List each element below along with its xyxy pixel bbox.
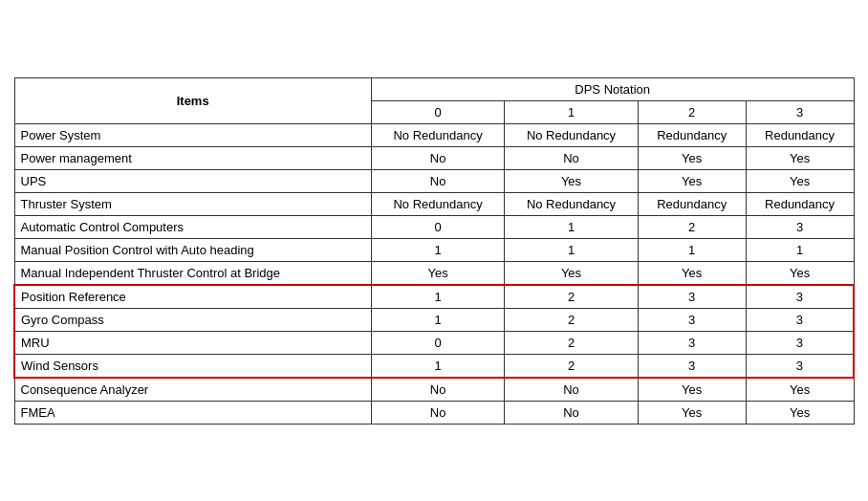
row-value: 2 [505,354,638,378]
row-value: No [371,378,504,402]
notation-0: 0 [371,100,504,123]
row-label: Position Reference [14,285,371,309]
row-label: Wind Sensors [14,354,371,378]
table-row: Manual Position Control with Auto headin… [14,238,854,261]
row-value: No [371,169,504,192]
table-row: Gyro Compass1233 [14,308,854,331]
row-value: Yes [746,378,854,402]
row-value: 0 [371,331,504,354]
row-label: FMEA [14,401,371,424]
row-value: No Redundancy [371,123,504,146]
row-value: No Redundancy [505,123,638,146]
row-value: 1 [746,238,854,261]
row-value: No [371,401,504,424]
row-value: Yes [746,146,854,169]
row-value: 3 [746,354,854,378]
row-value: Yes [505,169,638,192]
notation-3: 3 [746,100,854,123]
row-value: No [505,146,638,169]
row-value: 1 [371,354,504,378]
row-value: 3 [638,331,746,354]
row-value: Yes [505,261,638,285]
row-value: 2 [505,331,638,354]
row-value: Redundancy [638,192,746,215]
row-value: Yes [638,146,746,169]
row-value: 3 [746,285,854,309]
row-value: Yes [638,169,746,192]
table-row: Automatic Control Computers0123 [14,215,854,238]
row-value: No [371,146,504,169]
row-label: Manual Independent Thruster Control at B… [14,261,371,285]
table-row: Power managementNoNoYesYes [14,146,854,169]
row-value: 2 [505,308,638,331]
row-value: 3 [746,215,854,238]
row-value: Yes [638,378,746,402]
row-value: 1 [505,215,638,238]
row-label: Automatic Control Computers [14,215,371,238]
table-wrapper: Items DPS Notation 0 1 2 3 Power SystemN… [13,77,855,425]
row-label: Consequence Analyzer [14,378,371,402]
row-label: Thruster System [14,192,371,215]
row-value: 1 [505,238,638,261]
row-value: 1 [371,308,504,331]
row-value: 3 [746,331,854,354]
row-value: No Redundancy [505,192,638,215]
row-value: Yes [746,169,854,192]
row-value: 3 [638,354,746,378]
dps-table: Items DPS Notation 0 1 2 3 Power SystemN… [13,77,855,425]
row-value: Redundancy [638,123,746,146]
table-row: Position Reference1233 [14,285,854,309]
row-value: Yes [638,401,746,424]
row-value: 3 [638,308,746,331]
row-value: No [505,378,638,402]
row-value: 2 [505,285,638,309]
row-value: Yes [638,261,746,285]
row-value: 3 [746,308,854,331]
table-row: Power SystemNo RedundancyNo RedundancyRe… [14,123,854,146]
row-value: Yes [371,261,504,285]
row-label: UPS [14,169,371,192]
row-label: Power System [14,123,371,146]
row-label: Manual Position Control with Auto headin… [14,238,371,261]
row-value: No Redundancy [371,192,504,215]
row-label: Power management [14,146,371,169]
row-value: 2 [638,215,746,238]
items-header: Items [14,77,371,123]
row-value: 3 [638,285,746,309]
dps-notation-header: DPS Notation [371,77,854,100]
row-value: Redundancy [746,123,854,146]
row-value: Yes [746,401,854,424]
row-value: Yes [746,261,854,285]
table-row: Consequence AnalyzerNoNoYesYes [14,378,854,402]
notation-1: 1 [505,100,638,123]
table-row: UPSNoYesYesYes [14,169,854,192]
table-row: Manual Independent Thruster Control at B… [14,261,854,285]
table-row: MRU0233 [14,331,854,354]
row-value: 1 [371,285,504,309]
table-row: Thruster SystemNo RedundancyNo Redundanc… [14,192,854,215]
row-value: 1 [638,238,746,261]
row-value: 0 [371,215,504,238]
row-value: 1 [371,238,504,261]
table-row: FMEANoNoYesYes [14,401,854,424]
row-value: Redundancy [746,192,854,215]
table-row: Wind Sensors1233 [14,354,854,378]
row-label: MRU [14,331,371,354]
row-value: No [505,401,638,424]
notation-2: 2 [638,100,746,123]
row-label: Gyro Compass [14,308,371,331]
